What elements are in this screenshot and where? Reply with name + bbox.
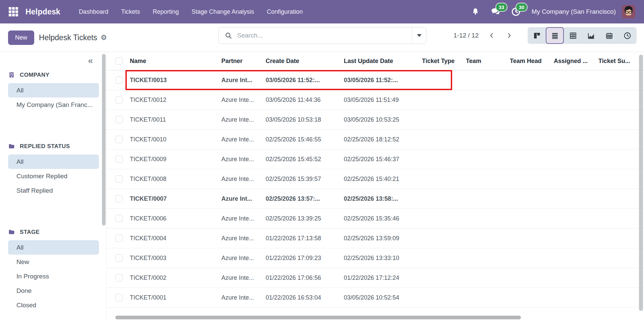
cell-create-date: 01/22/2026 17:13:58 — [266, 235, 344, 242]
cell-partner: Azure Inte... — [221, 274, 266, 281]
activities-icon[interactable]: 30 — [510, 6, 522, 17]
navbar-right: 33 30 My Company (San Francisco) — [461, 5, 635, 18]
column-header[interactable]: Ticket Su... — [598, 58, 644, 65]
row-checkbox[interactable] — [107, 274, 130, 281]
main-menu: DashboardTicketsReportingStage Change An… — [74, 6, 308, 18]
row-checkbox[interactable] — [107, 254, 130, 262]
row-checkbox[interactable] — [107, 155, 130, 163]
pager-range: 1-12 / 12 — [453, 32, 479, 39]
sidebar-section-title: COMPANY — [20, 72, 49, 78]
row-checkbox[interactable] — [107, 136, 130, 143]
content-area: « COMPANY AllMy Company (San Franc... — [0, 52, 644, 320]
column-header[interactable]: Team — [466, 58, 510, 65]
table-row[interactable]: TICKET/0008 Azure Inte... 02/25/2026 15:… — [107, 169, 644, 189]
filter-item[interactable]: All — [8, 154, 99, 169]
row-checkbox[interactable] — [107, 215, 130, 222]
gear-icon[interactable]: ⚙ — [101, 34, 107, 42]
nav-menu-item[interactable]: Configuration — [262, 6, 308, 18]
row-checkbox[interactable] — [107, 294, 130, 301]
table-header-row: NamePartnerCreate DateLast Update DateTi… — [107, 52, 644, 70]
column-header[interactable]: Name — [130, 58, 221, 65]
pivot-view-button[interactable] — [564, 27, 582, 44]
apps-grid-icon[interactable] — [9, 7, 18, 16]
collapse-sidebar-icon[interactable]: « — [88, 56, 93, 65]
table-body: TICKET/0013 Azure Int... 03/05/2026 11:5… — [107, 70, 644, 308]
filter-item[interactable]: My Company (San Franc... — [8, 98, 99, 112]
table-row[interactable]: TICKET/0004 Azure Inte... 01/22/2026 17:… — [107, 229, 644, 248]
messages-icon[interactable]: 33 — [490, 6, 501, 17]
filter-item[interactable]: New — [8, 255, 99, 269]
table-row[interactable]: TICKET/0001 Azure Inte... 01/22/2026 16:… — [107, 288, 644, 308]
search-options-toggle[interactable] — [412, 27, 426, 44]
table-row[interactable]: TICKET/0012 Azure Inte... 03/05/2026 11:… — [107, 90, 644, 110]
list-view-button[interactable] — [546, 27, 564, 44]
table-row[interactable]: TICKET/0009 Azure Inte... 02/25/2026 15:… — [107, 149, 644, 169]
bell-icon[interactable] — [470, 6, 481, 17]
cell-last-update-date: 02/25/2026 18:12:52 — [344, 136, 422, 143]
pivot-view-icon — [569, 31, 577, 40]
column-header[interactable]: Ticket Type — [422, 58, 466, 65]
activities-badge: 30 — [516, 3, 527, 11]
filter-item[interactable]: All — [8, 240, 99, 255]
nav-menu-item[interactable]: Dashboard — [74, 6, 113, 18]
search-input[interactable] — [237, 32, 412, 39]
nav-menu-item[interactable]: Tickets — [116, 6, 145, 18]
horizontal-scrollbar[interactable] — [115, 316, 521, 319]
pager-previous-button[interactable] — [487, 31, 496, 40]
filter-item[interactable]: Closed — [8, 298, 99, 312]
row-checkbox[interactable] — [107, 116, 130, 123]
row-checkbox[interactable] — [107, 235, 130, 242]
row-checkbox[interactable] — [107, 175, 130, 183]
table-row[interactable]: TICKET/0013 Azure Int... 03/05/2026 11:5… — [107, 70, 644, 90]
calendar-view-button[interactable] — [600, 27, 618, 44]
search-icon — [225, 32, 232, 40]
cell-partner: Azure Inte... — [221, 97, 266, 104]
list-view-icon — [551, 31, 559, 40]
sidebar-scrollbar[interactable] — [102, 54, 106, 226]
select-all-checkbox[interactable] — [107, 57, 130, 65]
helpdesk-app: Helpdesk DashboardTicketsReportingStage … — [0, 0, 644, 320]
filter-item[interactable]: Customer Replied — [8, 169, 99, 183]
cell-last-update-date: 02/25/2026 13:59:09 — [344, 235, 422, 242]
new-button[interactable]: New — [8, 30, 34, 45]
kanban-view-button[interactable] — [528, 27, 546, 44]
view-switcher — [528, 27, 637, 44]
building-icon — [8, 71, 15, 78]
cell-name: TICKET/0013 — [130, 77, 221, 84]
vertical-scrollbar[interactable] — [639, 55, 643, 311]
column-header[interactable]: Partner — [221, 58, 266, 65]
graph-view-button[interactable] — [582, 27, 600, 44]
company-switcher[interactable]: My Company (San Francisco) — [532, 8, 616, 15]
cell-last-update-date: 02/25/2026 15:35:46 — [344, 215, 422, 222]
table-row[interactable]: TICKET/0007 Azure Int... 02/25/2026 13:5… — [107, 189, 644, 209]
column-header[interactable]: Last Update Date — [344, 58, 422, 65]
app-name[interactable]: Helpdesk — [25, 7, 60, 16]
table-row[interactable]: TICKET/0003 Azure Inte... 01/22/2026 17:… — [107, 248, 644, 268]
cell-create-date: 02/25/2026 13:39:25 — [266, 215, 344, 222]
user-avatar[interactable] — [622, 5, 635, 18]
table-row[interactable]: TICKET/0006 Azure Inte... 02/25/2026 13:… — [107, 209, 644, 229]
filter-item[interactable]: Staff Replied — [8, 183, 99, 198]
pager-next-button[interactable] — [505, 31, 514, 40]
column-header[interactable]: Team Head — [510, 58, 554, 65]
table-row[interactable]: TICKET/0002 Azure Inte... 01/22/2026 17:… — [107, 268, 644, 288]
filter-item[interactable]: All — [8, 83, 99, 98]
cell-partner: Azure Inte... — [221, 235, 266, 242]
row-checkbox[interactable] — [107, 195, 130, 202]
table-row[interactable]: TICKET/0011 Azure Inte... 03/05/2026 10:… — [107, 110, 644, 130]
filter-item[interactable]: In Progress — [8, 269, 99, 283]
cell-partner: Azure Inte... — [221, 294, 266, 301]
row-checkbox[interactable] — [107, 76, 130, 84]
column-header[interactable]: Create Date — [266, 58, 344, 65]
activity-view-button[interactable] — [618, 27, 636, 44]
nav-menu-item[interactable]: Stage Change Analysis — [186, 6, 259, 18]
nav-menu-item[interactable]: Reporting — [148, 6, 184, 18]
top-navbar: Helpdesk DashboardTicketsReportingStage … — [0, 0, 644, 23]
cell-partner: Azure Inte... — [221, 156, 266, 163]
row-checkbox[interactable] — [107, 96, 130, 104]
filter-item[interactable]: Done — [8, 283, 99, 298]
table-row[interactable]: TICKET/0010 Azure Inte... 02/25/2026 15:… — [107, 130, 644, 149]
cell-create-date: 02/25/2026 15:39:57 — [266, 176, 344, 183]
sidebar-section-company: COMPANY AllMy Company (San Franc... — [8, 71, 99, 112]
column-header[interactable]: Assigned ... — [554, 58, 598, 65]
